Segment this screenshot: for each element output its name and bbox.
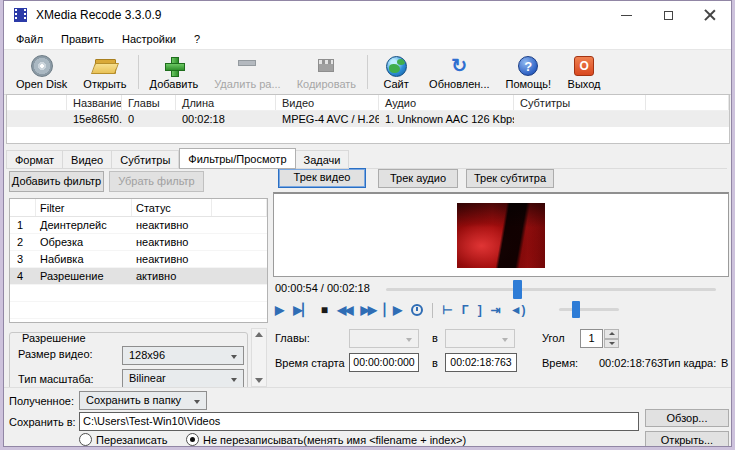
col-length[interactable]: Длина [176, 95, 276, 110]
time-value: 00:02:18:763 [599, 357, 663, 369]
mark-end-icon[interactable]: ] [478, 303, 482, 317]
resolution-groupbox: Разрешение Размер видео: 128x96 Тип масш… [9, 332, 248, 387]
playback-time: 00:00:54 / 00:02:18 [275, 282, 370, 294]
app-window: XMedia Recode 3.3.0.9 Файл Править Настр… [3, 0, 732, 447]
menu-edit[interactable]: Править [52, 29, 113, 49]
subtitle-track-button[interactable]: Трек субтитра [466, 169, 554, 188]
result-mode-select[interactable]: Сохранить в папку [79, 391, 207, 410]
video-size-label: Размер видео: [18, 348, 113, 370]
col-video[interactable]: Видео [276, 95, 379, 110]
maximize-button[interactable] [647, 1, 689, 29]
filter-row-padding[interactable]: 3 Набивка неактивно [10, 251, 267, 268]
goto-end-icon[interactable]: ⇥ [491, 303, 501, 317]
output-section: Полученное: Сохранить в папку Сохранить … [4, 387, 731, 447]
scale-type-select[interactable]: Bilinear [122, 369, 244, 387]
video-size-select[interactable]: 128x96 [122, 346, 244, 365]
seek-slider-handle[interactable] [513, 280, 522, 299]
menubar: Файл Править Настройки ? [4, 29, 731, 49]
col-audio[interactable]: Аудио [379, 95, 514, 110]
seek-slider-track[interactable] [386, 288, 716, 291]
filter-settings-panel: Разрешение Размер видео: 128x96 Тип масш… [9, 325, 250, 387]
video-preview-frame [457, 203, 545, 268]
save-path-input[interactable]: C:\Users\Test-Win10\Videos [79, 412, 639, 431]
file-row[interactable]: 15e865f0... 0 00:02:18 MPEG-4 AVC / H.26… [7, 111, 729, 127]
time-label: Время: [542, 357, 578, 369]
preview-area [273, 192, 729, 277]
menu-file[interactable]: Файл [7, 29, 52, 49]
volume-slider-handle[interactable] [572, 301, 580, 318]
overwrite-radio[interactable] [79, 433, 92, 446]
trim-between-label: в [432, 357, 438, 369]
angle-down-icon[interactable] [604, 339, 619, 349]
filter-row-crop[interactable]: 2 Обрезка неактивно [10, 234, 267, 251]
tab-jobs[interactable]: Задачи [296, 150, 350, 169]
no-overwrite-radio-label[interactable]: Не перезаписывать(менять имя <filename +… [203, 434, 466, 446]
open-file-label: Открыть [83, 78, 126, 90]
settings-scrollbar[interactable] [251, 328, 267, 387]
encode-label: Кодировать [297, 78, 356, 90]
tab-format[interactable]: Формат [6, 150, 63, 169]
next-frame-icon[interactable]: ▶▏ [293, 303, 311, 317]
open-disk-button[interactable]: Open Disk [8, 50, 75, 94]
minimize-button[interactable] [605, 1, 647, 29]
tab-video[interactable]: Видео [63, 150, 112, 169]
end-time-input[interactable]: 00:02:18:763 [445, 353, 517, 372]
disc-icon [31, 55, 53, 77]
filter-row-resolution[interactable]: 4 Разрешение активно [10, 268, 267, 285]
website-button[interactable]: Сайт [371, 50, 421, 94]
angle-stepper[interactable]: 1 [580, 329, 619, 348]
tab-filters-preview[interactable]: Фильтры/Просмотр [179, 148, 295, 169]
browse-button[interactable]: Обзор... [645, 409, 729, 427]
menu-help[interactable]: ? [185, 29, 209, 49]
close-button[interactable] [689, 1, 731, 29]
remove-job-button: Удалить ра... [206, 50, 288, 94]
mark-start-icon[interactable]: Г [462, 303, 469, 317]
add-button[interactable]: Добавить [142, 50, 207, 94]
update-button[interactable]: ↻ Обновлен... [421, 50, 497, 94]
exit-button[interactable]: O Выход [559, 50, 609, 94]
col-name[interactable]: Название [67, 95, 122, 110]
tab-subtitles[interactable]: Субтитры [112, 150, 179, 169]
angle-value[interactable]: 1 [580, 329, 603, 348]
col-spacer [7, 95, 67, 110]
toolbar: Open Disk Открыть Добавить Удалить ра...… [4, 49, 731, 95]
folder-icon [93, 57, 117, 75]
empty-row [10, 319, 267, 323]
play-icon[interactable]: ▶ [275, 303, 284, 317]
transport-divider [432, 303, 433, 318]
help-button[interactable]: ? Помощь! [498, 50, 560, 94]
open-output-button[interactable]: Открыть... [645, 431, 729, 447]
open-file-button[interactable]: Открыть [75, 50, 134, 94]
clock-icon[interactable] [411, 304, 423, 316]
speaker-icon[interactable]: ◄) [510, 303, 526, 317]
start-time-input[interactable]: 00:00:00:000 [349, 353, 419, 372]
window-title: XMedia Recode 3.3.0.9 [36, 8, 161, 22]
file-length: 00:02:18 [176, 111, 276, 127]
overwrite-radio-label[interactable]: Перезаписать [96, 434, 167, 446]
scale-type-label: Тип масштаба: [18, 373, 94, 385]
col-subtitles[interactable]: Субтитры [514, 95, 646, 110]
volume-slider-track[interactable] [559, 308, 619, 311]
scroll-up-icon[interactable] [255, 332, 263, 337]
menu-settings[interactable]: Настройки [113, 29, 185, 49]
fast-forward-icon[interactable]: ▶▶ [360, 303, 374, 317]
minus-icon [238, 60, 256, 66]
audio-track-button[interactable]: Трек аудио [378, 169, 458, 188]
filter-table-header: Filter Статус [10, 199, 267, 217]
file-name: 15e865f0... [67, 111, 122, 127]
scroll-down-icon[interactable] [255, 378, 263, 383]
video-track-button[interactable]: Трек видео [278, 168, 366, 188]
filter-col-status[interactable]: Статус [132, 199, 212, 216]
filter-col-name[interactable]: Filter [36, 199, 132, 216]
empty-row [10, 302, 267, 319]
col-chapters[interactable]: Главы [122, 95, 176, 110]
no-overwrite-radio[interactable] [186, 433, 199, 446]
power-icon: O [574, 56, 594, 76]
angle-up-icon[interactable] [604, 329, 619, 339]
stop-icon[interactable]: ■ [321, 303, 328, 317]
set-marker-icon[interactable]: ⊢ [442, 303, 452, 317]
step-forward-icon[interactable]: ▏▶ [384, 303, 402, 317]
add-filter-button[interactable]: Добавить фильтр [9, 171, 104, 192]
filter-row-deinterlace[interactable]: 1 Деинтерлейс неактивно [10, 217, 267, 234]
rewind-icon[interactable]: ◀◀ [337, 303, 351, 317]
